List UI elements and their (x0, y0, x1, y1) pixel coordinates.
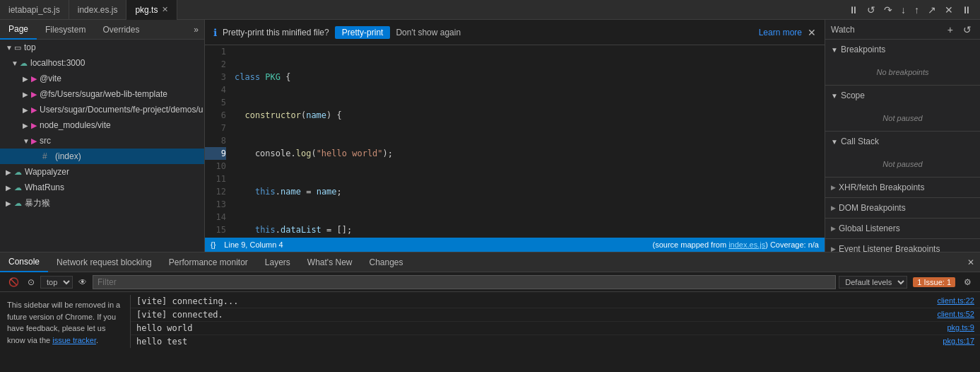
folder-icon: ▭ (14, 43, 21, 52)
sidebar-tab-filesystem[interactable]: Filesystem (37, 20, 94, 40)
tab-whats-new[interactable]: What's New (299, 252, 361, 272)
caret-icon: ▶ (6, 184, 14, 192)
scope-header[interactable]: ▼ Scope (825, 86, 980, 105)
issue-count-badge[interactable]: 1 Issue: 1 (913, 277, 955, 287)
message-source-link[interactable]: pkg.ts:17 (943, 337, 974, 345)
code-editor[interactable]: 1 2 3 4 5 6 7 8 9 10 11 12 13 14 15 16 1 (205, 45, 825, 238)
show-sidebar-button[interactable]: 👁 (76, 276, 90, 289)
message-source-link[interactable]: client.ts:52 (937, 310, 974, 318)
line-num: 12 (205, 185, 226, 198)
tree-item-vite[interactable]: ▶ ▶ @vite (0, 71, 204, 86)
tree-item-users-docs[interactable]: ▶ ▶ Users/sugar/Documents/fe-project/dem… (0, 102, 204, 117)
tree-item-label: @vite (40, 74, 61, 83)
tree-item-src[interactable]: ▼ ▶ src (0, 133, 204, 149)
tree-item-top[interactable]: ▼ ▭ top (0, 40, 204, 55)
console-content: This sidebar will be removed in a future… (0, 292, 980, 351)
watch-refresh-icon[interactable]: ↺ (960, 23, 974, 37)
deactivate-icon[interactable]: ✕ (942, 3, 956, 17)
file-sidebar: Page Filesystem Overrides » ▼ ▭ top ▼ ☁ … (0, 20, 205, 252)
console-filter-input[interactable] (93, 275, 836, 289)
callstack-section: ▼ Call Stack Not paused (825, 132, 980, 178)
console-message: hello world pkg.ts:9 (131, 322, 980, 335)
message-source-link[interactable]: client.ts:22 (937, 296, 974, 305)
step-icon[interactable]: ↗ (925, 3, 939, 17)
tree-item-index[interactable]: # (index) (0, 149, 204, 164)
line-num: 1 (205, 45, 226, 58)
tab-changes[interactable]: Changes (360, 252, 411, 272)
tree-item-label: Wappalyzer (25, 167, 69, 177)
message-text: [vite] connected. (136, 310, 223, 320)
source-file-link[interactable]: index.es.js (728, 240, 765, 249)
tab-index-es[interactable]: index.es.js (69, 0, 127, 20)
tree-item-fs[interactable]: ▶ ▶ @fs/Users/sugar/web-lib-template (0, 86, 204, 102)
resume-icon[interactable]: ↺ (864, 3, 878, 17)
log-level-selector[interactable]: Default levels (839, 276, 907, 289)
pretty-print-button[interactable]: Pretty-print (335, 26, 391, 39)
breakpoints-header[interactable]: ▼ Breakpoints (825, 40, 980, 59)
step-over-icon[interactable]: ↷ (881, 3, 895, 17)
tree-item-label: top (24, 42, 36, 52)
pretty-print-bar: ℹ Pretty-print this minified file? Prett… (205, 20, 825, 45)
dom-bp-label: DOM Breakpoints (839, 203, 906, 213)
tree-item-wappalyzer[interactable]: ▶ ☁ Wappalyzer (0, 164, 204, 180)
tree-item-localhost[interactable]: ▼ ☁ localhost:3000 (0, 55, 204, 71)
close-tab-icon[interactable]: ✕ (162, 5, 168, 14)
expand-icon: ▼ (831, 46, 838, 54)
tree-item-violentmonkey[interactable]: ▶ ☁ 暴力猴 (0, 195, 204, 211)
pause-icon[interactable]: ⏸ (846, 3, 861, 17)
tab-label: Layers (265, 257, 290, 267)
code-line: class PKG { (235, 71, 825, 83)
dont-show-again-button[interactable]: Don't show again (396, 28, 461, 37)
tree-item-label: node_modules/vite (40, 120, 111, 130)
step-into-icon[interactable]: ↓ (898, 3, 909, 17)
sidebar-tab-filesystem-label: Filesystem (45, 25, 85, 35)
event-listener-header[interactable]: ▶ Event Listener Breakpoints (825, 239, 980, 252)
line-num: 16 (205, 236, 226, 238)
sidebar-tab-overrides-label: Overrides (102, 25, 139, 35)
cloud-icon: ☁ (14, 199, 22, 208)
code-line: constructor(name) { (235, 109, 825, 122)
more-tabs-icon[interactable]: » (188, 25, 204, 35)
settings-icon[interactable]: ⏸ (959, 3, 974, 17)
close-bottom-panel-button[interactable]: ✕ (962, 257, 980, 267)
sidebar-tab-overrides[interactable]: Overrides (94, 20, 148, 40)
tab-pkg[interactable]: pkg.ts ✕ (126, 0, 177, 20)
breakpoints-content: No breakpoints (825, 59, 980, 85)
context-selector[interactable]: top (40, 276, 73, 289)
line-num: 4 (205, 83, 226, 96)
clear-console-button[interactable]: 🚫 (6, 276, 22, 289)
format-icon[interactable]: {} (211, 240, 216, 249)
scope-section: ▼ Scope Not paused (825, 86, 980, 132)
callstack-header[interactable]: ▼ Call Stack (825, 132, 980, 151)
xhr-fetch-section: ▶ XHR/fetch Breakpoints (825, 178, 980, 198)
preserve-log-button[interactable]: ⊙ (25, 276, 37, 289)
console-message: [vite] connecting... client.ts:22 (131, 295, 980, 308)
tab-layers[interactable]: Layers (256, 252, 299, 272)
settings-button[interactable]: ⚙ (961, 276, 974, 289)
step-out-icon[interactable]: ↑ (911, 3, 922, 17)
tab-label: Changes (369, 257, 403, 267)
folder-icon: ▶ (31, 136, 37, 146)
sidebar-tab-page-label: Page (8, 24, 28, 34)
tab-ietabapi[interactable]: ietabapi_cs.js (0, 0, 69, 20)
message-source-link[interactable]: pkg.ts:9 (947, 323, 974, 332)
tab-performance-monitor[interactable]: Performance monitor (160, 252, 256, 272)
tab-network-blocking[interactable]: Network request blocking (48, 252, 160, 272)
global-listeners-header[interactable]: ▶ Global Listeners (825, 219, 980, 238)
line-num: 8 (205, 134, 226, 147)
console-right-controls: Default levels 1 Issue: 1 ⚙ (839, 276, 974, 289)
watch-add-icon[interactable]: + (945, 23, 956, 37)
tree-item-whatruns[interactable]: ▶ ☁ WhatRuns (0, 180, 204, 195)
issue-tracker-link[interactable]: issue tracker (52, 336, 96, 344)
editor-panel: ℹ Pretty-print this minified file? Prett… (205, 20, 825, 252)
xhr-fetch-header[interactable]: ▶ XHR/fetch Breakpoints (825, 178, 980, 197)
close-prettyprint-button[interactable]: ✕ (808, 27, 816, 38)
folder-icon: ▶ (31, 74, 37, 83)
message-text: hello test (136, 337, 187, 347)
tree-item-node-modules[interactable]: ▶ ▶ node_modules/vite (0, 117, 204, 133)
code-line: console.log("hello world"); (235, 147, 825, 160)
dom-bp-header[interactable]: ▶ DOM Breakpoints (825, 198, 980, 218)
tab-console[interactable]: Console (0, 252, 48, 272)
sidebar-tab-page[interactable]: Page (0, 20, 37, 40)
learn-more-link[interactable]: Learn more (759, 28, 802, 37)
